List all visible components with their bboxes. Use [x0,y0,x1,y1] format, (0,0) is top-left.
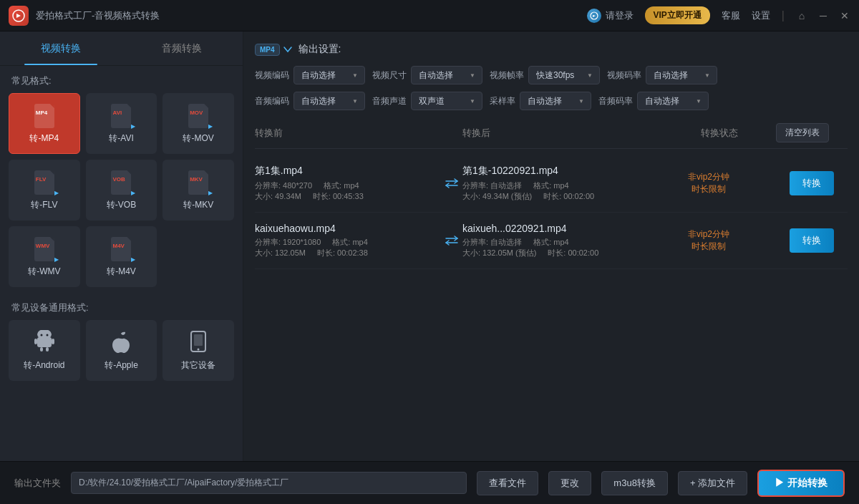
file-before-2: kaixuehaowu.mp4 分辨率: 1920*1080 格式: mp4 大… [255,223,441,258]
other-label: 其它设备 [181,359,215,372]
login-label: 请登录 [606,9,634,22]
tab-video[interactable]: 视频转换 [0,32,122,65]
file-before-meta-1b: 大小: 49.34M 时长: 00:45:33 [255,191,441,202]
app-logo [9,6,29,26]
file-after-format-2: 格式: mp4 [533,237,569,248]
view-file-button[interactable]: 查看文件 [477,471,538,495]
file-after-duration-1: 时长: 00:02:00 [543,191,594,202]
audio-bitrate-select-wrapper[interactable]: 自动选择 [637,92,709,110]
apple-label: 转-Apple [105,359,138,372]
video-fps-select-wrapper[interactable]: 快速30fps [528,66,600,84]
mp4-label: 转-MP4 [29,132,59,145]
svg-point-9 [46,334,48,336]
minimize-button[interactable]: ─ [817,10,829,21]
close-button[interactable]: ✕ [839,10,850,21]
format-item-avi[interactable]: AVI ▶ 转-AVI [86,93,157,154]
format-item-flv[interactable]: FLV ▶ 转-FLV [9,160,80,220]
sidebar: 视频转换 音频转换 常见格式: MP4 转-MP4 [0,32,243,461]
avi-icon: AVI ▶ [108,102,134,128]
audio-channel-select-wrapper[interactable]: 双声道 [411,92,482,110]
other-device-icon [186,329,210,357]
settings-row-1: 视频编码 自动选择 视频尺寸 自动选择 视频帧率 [255,66,848,84]
table-row: 第1集.mp4 分辨率: 480*270 格式: mp4 大小: 49.34M … [255,155,848,213]
audio-bitrate-select[interactable]: 自动选择 [637,92,709,110]
format-item-mov[interactable]: MOV ▶ 转-MOV [162,93,234,154]
settings-button[interactable]: 设置 [752,9,770,22]
sample-rate-select-wrapper[interactable]: 自动选择 [520,92,591,110]
file-after-resolution-1: 分辨率: 自动选择 [462,180,522,191]
file-before-name-1: 第1集.mp4 [255,165,441,178]
format-item-mkv[interactable]: MKV ▶ 转-MKV [162,160,234,220]
main-layout: 视频转换 音频转换 常见格式: MP4 转-MP4 [0,32,859,461]
login-button[interactable]: 请登录 [587,9,634,23]
audio-bitrate-group: 音频码率 自动选择 [598,92,709,110]
convert-button-2[interactable]: 转换 [790,228,834,253]
file-before-duration-1: 时长: 00:45:33 [313,191,364,202]
file-before-size-2: 大小: 132.05M [255,248,306,258]
tab-audio[interactable]: 音频转换 [122,32,243,65]
swap-icon-2 [441,235,462,246]
sample-rate-select[interactable]: 自动选择 [520,92,591,110]
home-button[interactable]: ⌂ [796,10,807,21]
format-item-other[interactable]: 其它设备 [162,320,234,381]
output-format-badge: MP4 [255,44,280,56]
svg-rect-7 [46,347,49,352]
file-before-meta-1: 分辨率: 480*270 格式: mp4 [255,180,441,191]
clear-list-button[interactable]: 清空列表 [776,123,829,142]
add-file-button[interactable]: + 添加文件 [678,471,747,495]
output-path-value: D:/软件/24.10/爱拍格式工厂/AipaiFactory/爱拍格式工厂 [71,472,467,494]
content-area: MP4 输出设置: 视频编码 自动选择 视频尺寸 自动选择 [243,32,859,461]
video-bitrate-select-wrapper[interactable]: 自动选择 [646,66,717,84]
video-bitrate-select[interactable]: 自动选择 [646,66,717,84]
audio-channel-select[interactable]: 双声道 [411,92,482,110]
format-item-mp4[interactable]: MP4 转-MP4 [9,93,80,154]
file-before-1: 第1集.mp4 分辨率: 480*270 格式: mp4 大小: 49.34M … [255,165,441,202]
file-after-size-2: 大小: 132.05M (预估) [462,248,536,258]
format-item-m4v[interactable]: M4V ▶ 转-M4V [86,226,157,287]
audio-channel-group: 音频声道 双声道 [372,92,482,110]
mov-icon: MOV ▶ [185,102,211,128]
svg-rect-6 [40,347,43,352]
convert-button-1[interactable]: 转换 [790,171,834,195]
mkv-icon: MKV ▶ [185,169,211,195]
table-row: kaixuehaowu.mp4 分辨率: 1920*1080 格式: mp4 大… [255,213,848,269]
audio-codec-group: 音频编码 自动选择 [255,92,365,110]
svg-rect-11 [194,334,203,346]
start-convert-button[interactable]: ▶ 开始转换 [757,470,845,497]
wmv-label: 转-WMV [28,266,60,278]
video-size-select[interactable]: 自动选择 [411,66,482,84]
format-item-wmv[interactable]: WMV ▶ 转-WMV [9,226,80,287]
video-bitrate-group: 视频码率 自动选择 [607,66,717,84]
video-fps-select[interactable]: 快速30fps [528,66,600,84]
m4v-icon: M4V ▶ [108,236,134,261]
m3u8-convert-button[interactable]: m3u8转换 [601,471,668,495]
format-item-android[interactable]: 转-Android [9,320,80,381]
svg-point-8 [40,334,42,336]
file-before-name-2: kaixuehaowu.mp4 [255,223,441,234]
service-button[interactable]: 客服 [722,9,740,22]
file-before-format-2: 格式: mp4 [332,237,368,248]
audio-codec-select-wrapper[interactable]: 自动选择 [293,92,365,110]
video-codec-select[interactable]: 自动选择 [293,66,365,84]
wmv-icon: WMV ▶ [31,236,57,261]
sample-rate-label: 采样率 [490,95,515,107]
video-size-select-wrapper[interactable]: 自动选择 [411,66,482,84]
vip-button[interactable]: VIP立即开通 [645,6,710,24]
convert-action-2: 转换 [776,228,848,253]
file-after-1: 第1集-10220921.mp4 分辨率: 自动选择 格式: mp4 大小: 4… [462,165,641,202]
col-header-after: 转换后 [462,127,663,140]
file-before-resolution-1: 分辨率: 480*270 [255,180,312,191]
apple-icon [109,329,133,357]
change-path-button[interactable]: 更改 [548,471,591,495]
output-settings-title: 输出设置: [299,43,341,56]
video-codec-select-wrapper[interactable]: 自动选择 [293,66,365,84]
flv-icon: FLV ▶ [31,169,57,195]
window-controls: ⌂ ─ ✕ [796,10,850,21]
output-path-label: 输出文件夹 [14,477,61,490]
swap-icon-1 [441,178,462,189]
audio-codec-select[interactable]: 自动选择 [293,92,365,110]
format-item-apple[interactable]: 转-Apple [86,320,157,381]
format-item-vob[interactable]: VOB ▶ 转-VOB [86,160,157,220]
file-after-name-2: kaixueh...0220921.mp4 [462,223,641,234]
file-before-size-1: 大小: 49.34M [255,191,301,202]
